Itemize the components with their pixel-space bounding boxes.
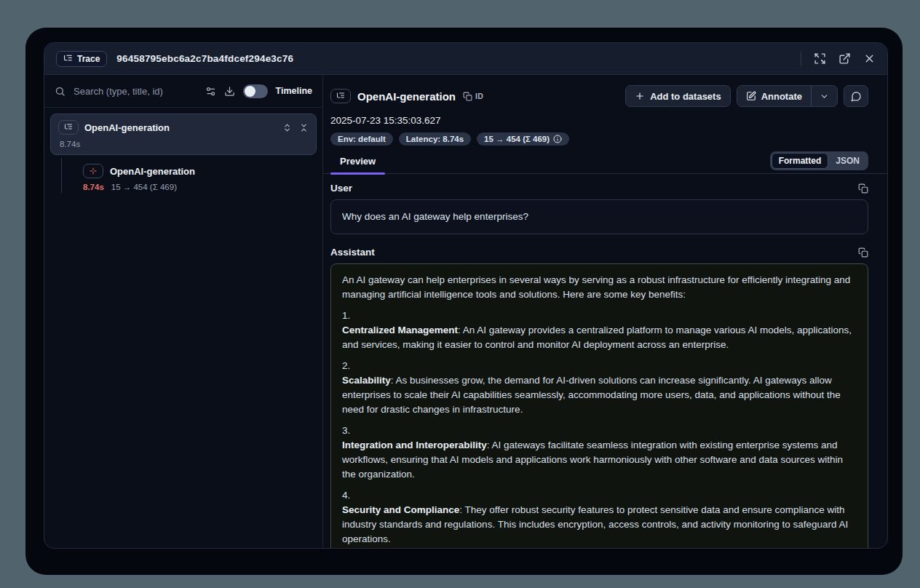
env-badge-label: Env: default xyxy=(338,135,386,143)
user-message-content: Why does an AI gateway help enterprises? xyxy=(342,211,528,222)
format-toggle: Formatted JSON xyxy=(770,151,868,170)
format-toggle-json[interactable]: JSON xyxy=(828,153,867,169)
comment-bubble-icon xyxy=(851,91,862,102)
active-tab-underline xyxy=(330,172,385,175)
annotate-button[interactable]: Annotate xyxy=(737,86,811,106)
generation-node-badge xyxy=(83,164,103,178)
timeline-toggle[interactable] xyxy=(243,84,268,98)
assistant-item: 3.Integration and Interoperability: AI g… xyxy=(342,424,857,482)
page-title: OpenAI-generation xyxy=(357,90,456,103)
list-tree-icon xyxy=(336,92,345,100)
tree-child-title: OpenAI-generation xyxy=(110,166,195,177)
search-input[interactable] xyxy=(74,86,197,97)
copy-user-icon[interactable] xyxy=(858,183,868,194)
filter-settings-icon[interactable] xyxy=(205,86,216,97)
io-preview-scroll[interactable]: User Why does an AI gateway help enterpr… xyxy=(323,174,887,548)
tree-child-duration: 8.74s xyxy=(83,183,104,191)
assistant-item: 2.Scalability: As businesses grow, the d… xyxy=(342,359,857,417)
open-external-icon[interactable] xyxy=(838,52,851,65)
topbar-divider xyxy=(801,52,801,66)
add-to-datasets-button[interactable]: Add to datasets xyxy=(625,85,731,107)
list-tree-icon xyxy=(63,54,73,63)
format-toggle-formatted[interactable]: Formatted xyxy=(772,153,829,169)
tree-indent-guide xyxy=(61,158,62,193)
tree-root-title: OpenAI-generation xyxy=(84,122,170,133)
id-label: ID xyxy=(475,92,483,100)
generation-type-badge xyxy=(330,89,351,103)
tree-item-trace-root[interactable]: OpenAI-generation 8.74s xyxy=(50,114,317,155)
info-icon xyxy=(553,135,562,143)
tab-preview-label: Preview xyxy=(340,156,376,167)
assistant-item: 4.Security and Compliance: They offer ro… xyxy=(342,488,857,547)
edit-pencil-icon xyxy=(746,91,756,101)
assistant-message-label: Assistant xyxy=(330,247,375,258)
assistant-message-box: An AI gateway can help enterprises in se… xyxy=(330,263,868,548)
latency-badge: Latency: 8.74s xyxy=(399,132,471,146)
token-usage-label: 15 → 454 (Σ 469) xyxy=(484,135,550,143)
trace-badge-label: Trace xyxy=(77,54,100,64)
comments-button[interactable] xyxy=(844,85,868,107)
latency-badge-label: Latency: 8.74s xyxy=(406,135,464,143)
token-usage-badge[interactable]: 15 → 454 (Σ 469) xyxy=(477,132,569,146)
generation-icon xyxy=(89,167,98,175)
env-badge: Env: default xyxy=(330,132,393,146)
trace-topbar: Trace 96458795ebc6a2c7ba4fdcef294e3c76 xyxy=(44,43,887,75)
trace-peek-panel: Trace 96458795ebc6a2c7ba4fdcef294e3c76 xyxy=(44,42,888,549)
add-to-datasets-label: Add to datasets xyxy=(650,91,721,102)
collapse-all-icon[interactable] xyxy=(299,123,309,132)
timeline-toggle-label: Timeline xyxy=(276,86,312,96)
tree-item-generation[interactable]: OpenAI-generation 8.74s 15 → 454 (Σ 469) xyxy=(50,164,317,191)
tree-child-tokens: 15 → 454 (Σ 469) xyxy=(111,183,177,191)
app-window: Trace 96458795ebc6a2c7ba4fdcef294e3c76 xyxy=(25,28,903,575)
trace-tree: OpenAI-generation 8.74s xyxy=(44,108,322,197)
tree-root-duration: 8.74s xyxy=(60,140,309,148)
expand-all-icon[interactable] xyxy=(282,123,292,132)
meta-badges: Env: default Latency: 8.74s 15 → 454 (Σ … xyxy=(330,132,868,146)
assistant-item: 1.Centralized Management: An AI gateway … xyxy=(342,309,857,352)
trace-type-badge: Trace xyxy=(56,51,107,67)
annotate-dropdown-chevron[interactable] xyxy=(812,86,837,106)
assistant-content: 1.Centralized Management: An AI gateway … xyxy=(342,309,857,548)
detail-tabs: Preview Formatted JSON xyxy=(323,153,887,174)
trace-node-badge xyxy=(58,120,79,135)
list-tree-icon xyxy=(64,123,73,132)
tab-preview[interactable]: Preview xyxy=(330,156,385,173)
assistant-intro: An AI gateway can help enterprises in se… xyxy=(342,273,857,302)
expand-fullscreen-icon[interactable] xyxy=(814,52,826,65)
search-icon xyxy=(55,86,66,97)
close-icon[interactable] xyxy=(863,52,876,65)
user-message-box: Why does an AI gateway help enterprises? xyxy=(330,199,868,234)
annotate-button-group: Annotate xyxy=(737,85,838,107)
annotate-label: Annotate xyxy=(761,91,802,102)
plus-icon xyxy=(635,91,645,101)
download-icon[interactable] xyxy=(224,86,235,97)
user-message-label: User xyxy=(330,183,352,194)
copy-id-icon[interactable] xyxy=(463,92,472,101)
timestamp: 2025-07-23 15:35:03.627 xyxy=(330,115,868,126)
trace-tree-sidebar: Timeline OpenAI-generation xyxy=(44,75,323,548)
trace-id: 96458795ebc6a2c7ba4fdcef294e3c76 xyxy=(116,53,293,64)
observation-detail: OpenAI-generation ID Add to datasets xyxy=(323,75,887,548)
copy-assistant-icon[interactable] xyxy=(858,247,868,258)
